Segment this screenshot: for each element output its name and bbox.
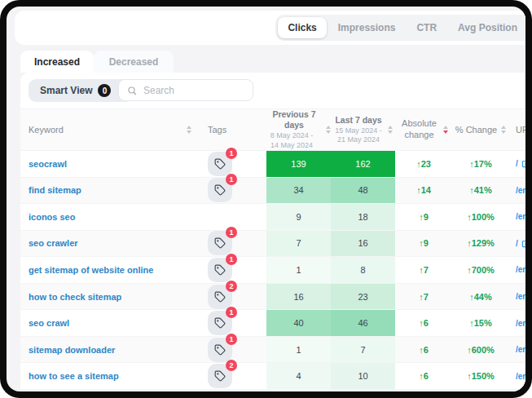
header-previous-7-days[interactable]: Previous 7 days 8 May 2024 - 14 May 2024 xyxy=(266,109,331,150)
keyword-link[interactable]: sitemap downloader xyxy=(20,345,198,355)
search-box xyxy=(118,79,253,101)
url-text: /en xyxy=(516,292,525,301)
keyword-link[interactable]: seo crawler xyxy=(20,238,198,248)
table-row: sitemap downloader 1 1 7 ↑6 ↑600% /en xyxy=(20,337,525,364)
tag-button[interactable]: 2 xyxy=(208,364,232,388)
keyword-link[interactable]: seo crawl xyxy=(20,318,198,328)
app-window: Clicks Impressions CTR Avg Position Incr… xyxy=(0,0,532,398)
search-input[interactable] xyxy=(143,85,244,96)
url-link[interactable]: /em xyxy=(509,212,525,221)
keyword-link[interactable]: how to check sitemap xyxy=(20,292,198,302)
tag-button[interactable]: 1 xyxy=(208,152,232,176)
last-cell: 162 xyxy=(331,151,395,177)
header-absolute-change[interactable]: Absolute change xyxy=(395,118,452,141)
tag-icon xyxy=(214,264,226,276)
url-link[interactable]: / xyxy=(509,159,525,168)
search-icon xyxy=(127,86,137,95)
url-text: /em xyxy=(516,212,525,221)
header-last-7-days[interactable]: Last 7 days 15 May 2024 - 21 May 2024 xyxy=(331,115,395,145)
tag-button[interactable]: 1 xyxy=(208,338,232,362)
sort-icon-active-desc xyxy=(443,126,448,134)
percent-change-value: ↑700% xyxy=(452,265,509,275)
prev-cell: 16 xyxy=(266,284,331,310)
metric-tab-ctr[interactable]: CTR xyxy=(407,17,446,38)
tags-cell: 1 xyxy=(198,258,266,282)
url-link[interactable]: /en xyxy=(509,345,525,354)
header-previous-subtitle: 8 May 2024 - 14 May 2024 xyxy=(266,131,317,150)
url-text: /en xyxy=(516,319,525,328)
percent-change-value: ↑129% xyxy=(452,238,509,248)
tags-cell: 1 xyxy=(198,311,266,335)
tag-button[interactable]: 1 xyxy=(208,178,232,202)
tag-count-badge: 1 xyxy=(226,254,237,265)
tag-button[interactable]: 1 xyxy=(208,311,232,335)
url-link[interactable]: /en xyxy=(509,186,525,195)
sort-icon xyxy=(388,126,393,134)
direction-tabs: Increased Decreased xyxy=(20,51,174,73)
url-link[interactable]: /en xyxy=(509,372,525,381)
tag-icon xyxy=(214,237,226,249)
tag-icon xyxy=(214,291,226,303)
percent-change-value: ↑600% xyxy=(452,345,509,355)
last-cell: 7 xyxy=(331,337,395,363)
keyword-link[interactable]: how to see a sitemap xyxy=(20,371,198,381)
keyword-link[interactable]: get sitemap of website online xyxy=(20,265,198,275)
percent-change-value: ↑15% xyxy=(452,318,509,328)
prev-cell: 9 xyxy=(266,204,331,230)
prev-cell: 1 xyxy=(266,257,331,283)
external-link-icon xyxy=(521,159,525,168)
metric-segmented-control: Clicks Impressions CTR Avg Position xyxy=(275,15,525,41)
percent-change-value: ↑41% xyxy=(452,185,509,195)
tag-button[interactable]: 2 xyxy=(208,285,232,309)
sort-icon xyxy=(501,126,506,134)
tags-cell: 2 xyxy=(198,285,266,309)
prev-cell: 34 xyxy=(266,178,331,204)
absolute-change-value: ↑14 xyxy=(395,185,452,195)
table-row: get sitemap of website online 1 1 8 ↑7 ↑… xyxy=(20,257,525,284)
prev-cell: 139 xyxy=(266,151,331,177)
url-text: / xyxy=(516,159,518,168)
metric-tab-impressions[interactable]: Impressions xyxy=(328,17,406,38)
percent-change-value: ↑150% xyxy=(452,371,509,381)
table-row: seo crawler 1 7 16 ↑9 ↑129% / xyxy=(20,231,525,258)
keyword-link[interactable]: find sitemap xyxy=(20,185,198,195)
url-link[interactable]: / xyxy=(509,239,525,248)
header-absolute-label: Absolute change xyxy=(400,118,439,141)
url-link[interactable]: /en xyxy=(509,265,525,274)
tag-button[interactable]: 1 xyxy=(208,231,232,255)
tab-decreased[interactable]: Decreased xyxy=(94,51,174,73)
table-header: Keyword Tags Previous 7 days 8 May 2024 … xyxy=(20,108,525,151)
keyword-link[interactable]: seocrawl xyxy=(20,159,198,169)
url-text: /en xyxy=(516,345,525,354)
header-url-label: URL xyxy=(516,125,525,135)
keyword-link[interactable]: iconos seo xyxy=(20,212,198,222)
tag-count-badge: 1 xyxy=(226,334,237,345)
prev-cell: 1 xyxy=(266,337,331,363)
tag-count-badge: 1 xyxy=(226,227,237,238)
url-link[interactable]: /en xyxy=(509,319,525,328)
absolute-change-value: ↑7 xyxy=(395,292,452,302)
filter-bar: Smart View 0 xyxy=(20,73,525,108)
table-row: how to see a sitemap 2 4 10 ↑6 ↑150% /en xyxy=(20,363,525,390)
url-text: /en xyxy=(516,372,525,381)
tags-cell: 1 xyxy=(198,338,266,362)
percent-change-value: ↑100% xyxy=(452,212,509,222)
metric-tab-avg-position[interactable]: Avg Position xyxy=(448,17,525,38)
tag-icon xyxy=(214,344,226,356)
last-cell: 8 xyxy=(331,257,395,283)
absolute-change-value: ↑9 xyxy=(395,238,452,248)
tags-cell: 1 xyxy=(198,231,266,255)
tab-increased[interactable]: Increased xyxy=(20,51,94,73)
header-last-title: Last 7 days xyxy=(333,115,384,126)
header-keyword[interactable]: Keyword xyxy=(20,125,198,135)
metric-tab-clicks[interactable]: Clicks xyxy=(278,17,326,38)
tags-cell xyxy=(198,205,266,229)
header-last-subtitle: 15 May 2024 - 21 May 2024 xyxy=(333,126,384,145)
url-text: / xyxy=(516,239,518,248)
tag-count-badge: 2 xyxy=(226,360,237,371)
last-cell: 10 xyxy=(331,363,395,389)
header-percent-change[interactable]: % Change xyxy=(452,125,509,135)
header-percent-label: % Change xyxy=(455,125,497,135)
url-link[interactable]: /en xyxy=(509,292,525,301)
tag-button[interactable]: 1 xyxy=(208,258,232,282)
